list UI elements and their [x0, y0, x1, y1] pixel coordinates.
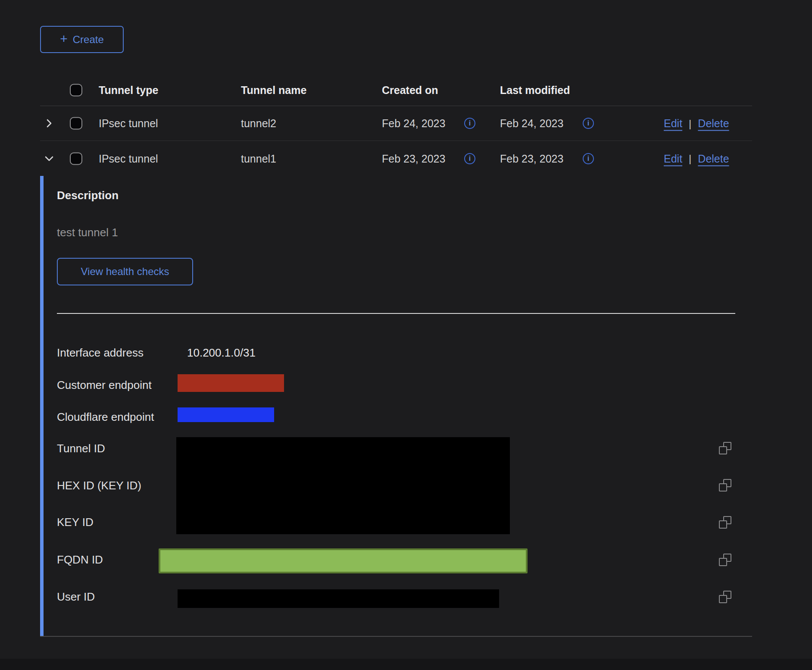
customer-endpoint-label: Customer endpoint — [57, 379, 152, 391]
info-letter: i — [587, 119, 589, 127]
tunnel-name-cell: tunnel2 — [241, 117, 276, 130]
last-modified-cell: Feb 23, 2023 — [500, 152, 563, 165]
copy-icon[interactable] — [719, 591, 731, 603]
info-letter: i — [469, 119, 471, 127]
info-letter: i — [587, 155, 589, 163]
chevron-down-icon — [44, 153, 55, 164]
info-icon[interactable]: i — [464, 118, 475, 129]
tunnel-id-label: Tunnel ID — [57, 442, 105, 455]
header-tunnel-name: Tunnel name — [241, 84, 306, 96]
hex-id-label: HEX ID (KEY ID) — [57, 479, 141, 492]
tunnel-type-cell: IPsec tunnel — [99, 152, 158, 165]
view-health-checks-button[interactable]: View health checks — [57, 258, 193, 285]
info-icon[interactable]: i — [464, 153, 475, 164]
table-row: IPsec tunnel tunnel2 Feb 24, 2023 i Feb … — [40, 106, 752, 141]
tunnel-type-cell: IPsec tunnel — [99, 117, 158, 130]
plus-icon: + — [60, 32, 68, 45]
edit-link[interactable]: Edit — [664, 117, 682, 130]
copy-icon[interactable] — [719, 479, 731, 492]
created-on-cell: Feb 23, 2023 — [382, 152, 445, 165]
customer-endpoint-redacted-value — [178, 374, 284, 392]
section-divider — [57, 313, 735, 314]
key-id-label: KEY ID — [57, 516, 94, 529]
header-created-on: Created on — [382, 84, 438, 96]
cloudflare-endpoint-redacted-value — [178, 407, 274, 422]
description-text: test tunnel 1 — [57, 226, 118, 239]
action-separator: | — [689, 153, 691, 165]
header-tunnel-type: Tunnel type — [99, 84, 158, 96]
expanded-row-accent-bar — [40, 176, 44, 636]
copy-icon-front-square — [719, 446, 727, 454]
row-actions: Edit | Delete — [664, 152, 729, 165]
user-id-redacted-value — [178, 589, 499, 608]
cloudflare-endpoint-label: Cloudflare endpoint — [57, 410, 154, 423]
copy-icon[interactable] — [719, 516, 731, 529]
table-row: IPsec tunnel tunnel1 Feb 23, 2023 i Feb … — [40, 141, 752, 176]
ipsec-tunnels-page: + Create Tunnel type Tunnel name Created… — [0, 0, 812, 670]
chevron-right-icon — [44, 118, 55, 129]
header-last-modified: Last modified — [500, 84, 570, 96]
edit-link[interactable]: Edit — [664, 152, 682, 165]
copy-icon[interactable] — [719, 442, 731, 454]
fqdn-id-label: FQDN ID — [57, 553, 103, 566]
copy-icon-front-square — [719, 520, 727, 529]
collapse-row-button[interactable] — [44, 153, 55, 164]
created-on-cell: Feb 24, 2023 — [382, 117, 445, 130]
tunnel-name-cell: tunnel1 — [241, 152, 276, 165]
copy-icon-front-square — [719, 558, 727, 566]
copy-icon-front-square — [719, 595, 727, 603]
fqdn-id-redacted-value — [159, 548, 528, 573]
interface-address-label: Interface address — [57, 346, 144, 359]
create-button-label: Create — [73, 34, 104, 46]
info-icon[interactable]: i — [583, 118, 594, 129]
tunnel-detail-panel: Description test tunnel 1 View health ch… — [40, 176, 752, 637]
delete-link[interactable]: Delete — [698, 152, 729, 165]
bottom-window-edge — [0, 659, 812, 670]
last-modified-cell: Feb 24, 2023 — [500, 117, 563, 130]
table-header-row: Tunnel type Tunnel name Created on Last … — [40, 65, 752, 106]
copy-icon[interactable] — [719, 554, 731, 566]
select-row-checkbox[interactable] — [70, 117, 82, 130]
row-actions: Edit | Delete — [664, 117, 729, 130]
delete-link[interactable]: Delete — [698, 117, 729, 130]
description-heading: Description — [57, 189, 119, 202]
user-id-label: User ID — [57, 590, 95, 603]
select-row-checkbox[interactable] — [70, 152, 82, 165]
action-separator: | — [689, 117, 691, 129]
tunnels-table: Tunnel type Tunnel name Created on Last … — [40, 65, 752, 176]
expand-row-button[interactable] — [44, 118, 55, 129]
ids-redacted-value — [176, 437, 510, 534]
info-icon[interactable]: i — [583, 153, 594, 164]
select-all-checkbox[interactable] — [70, 84, 82, 96]
info-letter: i — [469, 155, 471, 163]
create-button[interactable]: + Create — [40, 26, 124, 53]
copy-icon-front-square — [719, 483, 727, 492]
interface-address-value: 10.200.1.0/31 — [187, 346, 256, 359]
